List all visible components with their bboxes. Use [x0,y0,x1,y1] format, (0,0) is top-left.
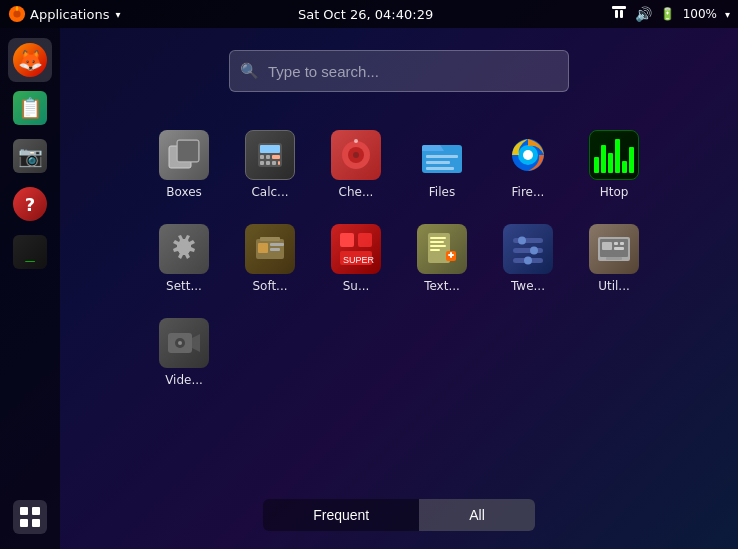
applications-label[interactable]: Applications [30,7,109,22]
app-item-cheese[interactable]: Che... [315,120,397,210]
svg-point-53 [530,247,538,255]
dock-item-allapps[interactable] [8,495,52,539]
svg-point-51 [518,237,526,245]
svg-rect-19 [272,161,276,165]
app-icon-firefox [503,130,553,180]
svg-rect-38 [340,233,354,247]
app-item-superkey[interactable]: SUPER Su... [315,214,397,304]
app-icon-htop [589,130,639,180]
main-content: 🔍 Boxes [60,28,738,549]
topbar-left[interactable]: Applications ▾ [8,5,120,23]
app-label-firefox: Fire... [512,185,545,199]
dock-item-terminal[interactable]: _ [8,230,52,274]
top-bar: Applications ▾ Sat Oct 26, 04:40:29 🔊 🔋 … [0,0,738,28]
app-icon-calc [245,130,295,180]
svg-rect-34 [260,237,280,241]
network-icon[interactable] [611,6,627,23]
app-icon-tweaks [503,224,553,274]
app-icon-cheese [331,130,381,180]
dock-item-firefox[interactable]: 🦊 [8,38,52,82]
dock-terminal-icon: _ [13,235,47,269]
svg-rect-28 [426,161,450,164]
app-item-firefox[interactable]: Fire... [487,120,569,210]
tab-all[interactable]: All [419,499,535,531]
dock-screenshot-icon: 📷 [13,139,47,173]
svg-rect-13 [260,145,280,153]
applications-icon [8,5,26,23]
svg-rect-4 [612,6,626,9]
app-item-text[interactable]: Text... [401,214,483,304]
svg-rect-8 [32,519,40,527]
dock-firefox-icon: 🦊 [13,43,47,77]
app-item-calc[interactable]: Calc... [229,120,311,210]
app-icon-files [417,130,467,180]
svg-rect-44 [430,241,444,243]
svg-rect-3 [620,10,623,18]
svg-rect-52 [513,248,543,253]
app-item-video[interactable]: Vide... [143,308,225,398]
svg-rect-43 [430,237,446,239]
app-item-software[interactable]: Soft... [229,214,311,304]
htop-bars [594,137,634,173]
app-item-settings[interactable]: Sett... [143,214,225,304]
svg-rect-11 [178,141,198,161]
dock-help-icon: ? [13,187,47,221]
svg-rect-59 [602,242,612,250]
volume-icon[interactable]: 🔊 [635,6,652,22]
applications-arrow[interactable]: ▾ [115,9,120,20]
app-item-utils[interactable]: Util... [573,214,655,304]
svg-rect-36 [270,243,284,246]
app-label-settings: Sett... [166,279,202,293]
svg-rect-16 [272,155,280,159]
svg-rect-35 [258,243,268,253]
svg-rect-27 [426,155,458,158]
app-icon-boxes [159,130,209,180]
search-icon: 🔍 [240,62,259,80]
app-item-tweaks[interactable]: Twe... [487,214,569,304]
svg-point-55 [524,257,532,265]
dock-item-notes[interactable]: 📋 [8,86,52,130]
svg-rect-20 [278,161,280,165]
app-icon-settings [159,224,209,274]
battery-arrow[interactable]: ▾ [725,9,730,20]
app-label-calc: Calc... [251,185,288,199]
svg-rect-17 [260,161,264,165]
tab-frequent[interactable]: Frequent [263,499,419,531]
topbar-right: 🔊 🔋 100% ▾ [611,6,730,23]
svg-rect-37 [270,248,280,251]
dock-item-screenshot[interactable]: 📷 [8,134,52,178]
svg-text:SUPER: SUPER [343,255,374,265]
app-label-boxes: Boxes [166,185,202,199]
app-item-files[interactable]: Files [401,120,483,210]
app-label-tweaks: Twe... [511,279,545,293]
svg-point-1 [13,10,20,17]
sidebar: 🦊 📋 📷 ? _ [0,28,60,549]
svg-rect-62 [614,247,624,250]
dock-item-help[interactable]: ? [8,182,52,226]
svg-rect-50 [513,238,543,243]
app-label-text: Text... [424,279,460,293]
app-icon-text [417,224,467,274]
svg-rect-14 [260,155,264,159]
app-icon-utils [589,224,639,274]
svg-point-23 [353,152,359,158]
svg-rect-45 [430,245,446,247]
svg-point-65 [178,341,182,345]
svg-rect-6 [32,507,40,515]
svg-rect-46 [430,249,440,251]
svg-rect-7 [20,519,28,527]
search-input[interactable] [229,50,569,92]
app-icon-superkey: SUPER [331,224,381,274]
search-container: 🔍 [229,50,569,92]
tab-bar: Frequent All [263,499,535,531]
app-item-htop[interactable]: Htop [573,120,655,210]
svg-rect-60 [614,242,618,245]
app-label-superkey: Su... [343,279,370,293]
app-icon-software [245,224,295,274]
app-item-boxes[interactable]: Boxes [143,120,225,210]
topbar-datetime: Sat Oct 26, 04:40:29 [298,7,433,22]
battery-icon[interactable]: 🔋 [660,7,675,21]
app-grid: Boxes Calc... [143,120,655,499]
battery-percent: 100% [683,7,717,21]
app-label-files: Files [429,185,455,199]
